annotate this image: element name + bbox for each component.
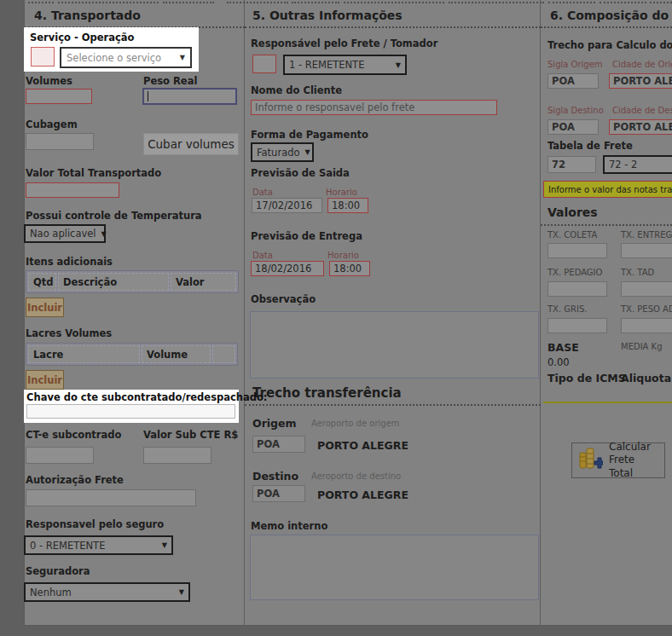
dash-segment [163, 2, 214, 3]
temperatura-label: Possui controle de Temperatura [26, 210, 202, 222]
itens-adicionais-table: Qtd Descrição Valor [26, 270, 239, 293]
observacao-textarea[interactable] [250, 311, 539, 379]
destino-cidade-text: PORTO ALEGRE [317, 489, 408, 501]
autorizacao-frete-input[interactable] [26, 489, 196, 506]
divider [245, 26, 541, 28]
tx-pedagio-input[interactable] [547, 281, 607, 297]
section-title-outras: 5. Outras Informações [252, 9, 403, 22]
tx-gris-label: TX. GRIS. [547, 304, 588, 314]
destino-label: Destino [252, 470, 298, 483]
nome-cliente-input[interactable] [251, 100, 497, 115]
forma-pagamento-select-value: Faturado [257, 147, 300, 159]
destino-sigla-input[interactable] [252, 485, 305, 502]
tipo-icms-label: Tipo de ICMS [547, 372, 626, 384]
divider [541, 224, 672, 226]
dash-segment [548, 2, 595, 3]
resp-seguro-select[interactable]: 0 - REMETENTE ▼ [24, 535, 173, 555]
previsao-entrega-label: Previsão de Entrega [251, 230, 362, 242]
temperatura-select[interactable]: Nao aplicavel ▼ [24, 224, 106, 243]
origem-hint: Aeroporto de origem [311, 419, 400, 428]
sigla-destino-label: Sigla Destino [547, 106, 604, 115]
cidade-origem-input[interactable] [609, 73, 672, 89]
chave-cte-label: Chave do cte subcontratado/redespachado: [26, 391, 267, 403]
tx-peso-adicional-label: TX. PESO ADICIONAL [621, 304, 672, 314]
tx-gris-input[interactable] [547, 318, 607, 333]
incluir-lacre-button[interactable]: Incluir [26, 370, 64, 390]
tabela-codigo-input[interactable] [547, 156, 596, 173]
highlight-servico-operacao: Serviço - Operação Selecione o serviço ▼ [24, 27, 199, 72]
peso-real-input[interactable] [142, 88, 237, 105]
seguradora-select-value: Nenhum [30, 587, 72, 598]
chevron-down-icon: ▼ [305, 148, 310, 156]
column-header-qtd: Qtd [28, 273, 56, 291]
media-kg-label: MEDIA Kg [621, 342, 663, 351]
cubar-volumes-button[interactable]: Cubar volumes [143, 133, 239, 155]
tx-tad-input[interactable] [621, 281, 672, 297]
incluir-item-button[interactable]: Incluir [26, 298, 64, 317]
freight-form-page: 4. Transportado Volumes Peso Real Cubage… [0, 0, 672, 636]
chevron-down-icon: ▼ [180, 54, 185, 61]
valor-total-label: Valor Total Transportado [26, 167, 161, 179]
chave-cte-input[interactable] [26, 404, 235, 419]
section-title-transportado: 4. Transportado [34, 9, 141, 22]
resp-seguro-label: Responsavel pelo seguro [26, 518, 164, 530]
entrega-data-input[interactable] [251, 261, 324, 276]
origem-sigla-input[interactable] [252, 436, 305, 453]
servico-code-input[interactable] [31, 47, 55, 66]
column-header-empty [212, 345, 235, 363]
tx-pedagio-label: TX. PEDAGIO [547, 268, 602, 277]
entrega-horario-label: Horario [327, 251, 359, 260]
chevron-down-icon: ▼ [162, 541, 167, 549]
sigla-destino-input[interactable] [547, 119, 599, 135]
origem-cidade-text: PORTO ALEGRE [317, 439, 408, 452]
cubagem-input[interactable] [26, 133, 94, 150]
destino-hint: Aeroporto de destino [311, 471, 401, 481]
servico-select[interactable]: Selecione o serviço ▼ [60, 47, 192, 68]
saida-horario-input[interactable] [327, 198, 368, 213]
entrega-data-label: Data [252, 251, 273, 260]
memo-interno-textarea[interactable] [250, 535, 539, 600]
nome-cliente-label: Nome do Cliente [251, 84, 342, 96]
saida-data-label: Data [252, 188, 273, 197]
temperatura-select-value: Nao aplicavel [30, 228, 96, 240]
dash-segment [600, 2, 646, 3]
forma-pagamento-select[interactable]: Faturado ▼ [251, 142, 314, 162]
memo-interno-label: Memo interno [251, 520, 327, 532]
valor-sub-cte-label: Valor Sub CTE R$ [143, 429, 238, 441]
saida-data-input[interactable] [252, 198, 322, 213]
tx-peso-adicional-input[interactable] [621, 318, 672, 333]
cte-subcontrado-input[interactable] [26, 447, 94, 464]
warning-banner: Informe o valor das notas transportadas [543, 181, 672, 198]
trecho-transferencia-title: Trecho transferência [252, 385, 402, 401]
tabela-frete-select-value: 72 - 2 [609, 159, 637, 171]
tabela-frete-label: Tabela de Frete [547, 140, 633, 152]
calcular-frete-button[interactable]: Calcular Frete Total [571, 442, 665, 478]
observacao-label: Observação [251, 293, 316, 305]
tx-entrega-input[interactable] [621, 243, 672, 258]
sigla-origem-input[interactable] [547, 73, 599, 89]
tabela-frete-select[interactable]: 72 - 2 ▼ [603, 155, 672, 174]
valor-total-input[interactable] [26, 182, 119, 198]
cidade-destino-input[interactable] [609, 119, 672, 135]
autorizacao-frete-label: Autorização Frete [26, 474, 124, 486]
column-header-valor: Valor [171, 273, 236, 291]
volumes-label: Volumes [26, 75, 72, 87]
aliquota-label: Aliquota [621, 372, 671, 384]
cte-subcontrado-label: CT-e subcontrado [26, 429, 121, 441]
resp-frete-code-input[interactable] [252, 55, 276, 73]
seguradora-select[interactable]: Nenhum ▼ [24, 582, 190, 602]
divider [541, 26, 672, 28]
dash-segment [344, 2, 444, 3]
column-header-lacre: Lacre [28, 345, 140, 363]
servico-select-value: Selecione o serviço [67, 52, 161, 64]
resp-seguro-select-value: 0 - REMETENTE [30, 540, 105, 552]
tx-coleta-input[interactable] [547, 243, 607, 258]
volumes-input[interactable] [26, 89, 92, 104]
tx-entrega-label: TX. ENTREGA [621, 230, 672, 240]
valores-title: Valores [547, 205, 598, 219]
valor-sub-cte-input[interactable] [143, 447, 211, 464]
entrega-horario-input[interactable] [329, 261, 370, 276]
divider [245, 404, 541, 406]
resp-frete-select[interactable]: 1 - REMETENTE ▼ [283, 55, 407, 75]
seguradora-label: Seguradora [26, 565, 90, 577]
